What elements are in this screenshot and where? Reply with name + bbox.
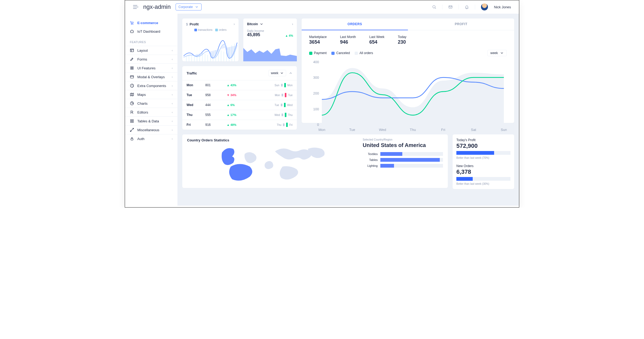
traffic-pct: ▼ 34% [227, 93, 245, 97]
new-orders-note: Better than last week (30%) [456, 182, 510, 185]
svg-point-20 [132, 85, 132, 86]
new-orders-label: New Orders [456, 164, 510, 168]
chevron-up-icon[interactable] [289, 71, 293, 75]
sidebar-item-label: Editors [137, 110, 148, 114]
country-name: United States of America [363, 142, 443, 148]
chevron-down-icon [195, 5, 199, 9]
svg-text:Sat: Sat [471, 128, 476, 132]
sidebar-item-label: Modal & Overlays [137, 75, 165, 79]
traffic-cur-bar [284, 103, 286, 107]
tab-profit[interactable]: PROFIT [408, 18, 514, 30]
sidebar-item-iot-dashboard[interactable]: IoT Dashboard [125, 27, 177, 36]
svg-text:200: 200 [313, 91, 319, 95]
sidebar-item-tables-data[interactable]: Tables & Data‹ [125, 117, 177, 125]
chevron-left-icon: ‹ [172, 120, 173, 123]
profit-sparkline [182, 40, 238, 61]
country-bar-row: Textiles [363, 152, 443, 156]
orders-range-select[interactable]: week [487, 50, 507, 56]
sidebar-item-label: Tables & Data [137, 119, 159, 123]
traffic-prev-bar [283, 123, 285, 126]
traffic-cur-bar [284, 83, 286, 87]
todays-profit-value: 572,900 [456, 142, 510, 149]
sidebar-item-auth[interactable]: Auth‹ [125, 134, 177, 143]
svg-point-10 [133, 67, 133, 67]
chevron-down-icon [500, 51, 504, 55]
sidebar-item-label: Forms [137, 57, 147, 61]
bell-icon[interactable] [465, 5, 469, 9]
sidebar-item-label: Layout [137, 48, 148, 52]
sidebar-item-label: Miscellaneous [137, 128, 159, 132]
sidebar-item-extra-components[interactable]: Extra Components‹ [125, 81, 177, 90]
traffic-day: Thu [187, 113, 205, 117]
tab-orders[interactable]: ORDERS [302, 18, 408, 30]
sidebar-item-maps[interactable]: Maps‹ [125, 90, 177, 99]
expand-icon[interactable]: › [234, 22, 235, 26]
traffic-day: Fri [187, 123, 205, 127]
traffic-card: Traffic week Mon801▲ 43%SunMonTue958▼ 34… [182, 66, 297, 130]
layout-icon [130, 48, 134, 52]
traffic-prev-bar [281, 104, 282, 106]
traffic-prev-bar [281, 84, 283, 86]
orders-card: ORDERSPROFIT Marketplace3654Last Month94… [302, 18, 514, 123]
traffic-pct: ▲ 17% [227, 113, 245, 116]
sidebar-item-label: IoT Dashboard [137, 29, 160, 33]
legend-item: Canceled [331, 51, 350, 55]
svg-point-15 [132, 69, 132, 69]
svg-text:Wed: Wed [379, 128, 386, 132]
new-orders-bar [456, 177, 510, 181]
brand-title: ngx-admin [143, 3, 171, 10]
traffic-row: Wed444▲ 6%TueWed [182, 100, 297, 110]
sidebar-item-forms[interactable]: Forms‹ [125, 55, 177, 63]
sidebar-item-label: Maps [137, 93, 146, 97]
sidebar-section-label: FEATURES [125, 36, 177, 46]
svg-point-16 [133, 69, 133, 69]
search-icon[interactable] [432, 5, 436, 9]
profit-legend-1: orders [219, 28, 226, 31]
sidebar-item-charts[interactable]: Charts‹ [125, 99, 177, 108]
chevron-left-icon: ‹ [172, 49, 173, 52]
svg-text:Tue: Tue [349, 128, 355, 132]
coin-select[interactable]: Bitcoin [247, 22, 293, 26]
svg-point-11 [131, 68, 131, 68]
sidebar-item-miscellaneous[interactable]: Miscellaneous‹ [125, 126, 177, 134]
sidebar-item-label: E-commerce [137, 21, 158, 25]
chevron-left-icon: ‹ [172, 137, 173, 140]
chevron-left-icon: ‹ [172, 93, 173, 96]
world-map[interactable] [187, 144, 358, 184]
svg-point-13 [133, 68, 133, 68]
chevron-left-icon: ‹ [172, 102, 173, 105]
expand-icon[interactable]: › [292, 22, 293, 26]
chevron-down-icon [260, 22, 263, 26]
theme-select[interactable]: Corporate [176, 3, 202, 10]
sidebar-item-ui-features[interactable]: UI Features‹ [125, 64, 177, 72]
traffic-day: Mon [187, 83, 205, 87]
sidebar-item-editors[interactable]: Editors‹ [125, 108, 177, 116]
menu-toggle[interactable] [133, 5, 138, 9]
crypto-sparkline [243, 43, 297, 61]
chevron-left-icon: ‹ [172, 111, 173, 114]
svg-rect-27 [132, 121, 133, 122]
sidebar-item-modal-overlays[interactable]: Modal & Overlays‹ [125, 73, 177, 81]
mail-icon[interactable] [448, 5, 453, 9]
profit-legend-0: transactions [198, 28, 213, 31]
svg-text:Sun: Sun [501, 128, 507, 132]
sidebar-item-layout[interactable]: Layout‹ [125, 46, 177, 55]
avatar[interactable] [481, 3, 488, 10]
svg-rect-5 [130, 49, 134, 52]
daily-income-change: ▲ 4% [285, 34, 293, 37]
divider [442, 5, 442, 9]
divider [459, 5, 459, 9]
stat-last-week: Last Week654 [369, 35, 384, 45]
sidebar-item-e-commerce[interactable]: E-commerce [125, 18, 177, 27]
svg-line-1 [435, 8, 436, 9]
todays-profit-bar [456, 151, 510, 155]
auth-icon [130, 137, 134, 141]
svg-text:Thu: Thu [410, 128, 416, 132]
chevron-left-icon: ‹ [172, 129, 173, 131]
traffic-range-select[interactable]: week [268, 70, 286, 76]
traffic-day: Wed [187, 103, 205, 107]
side-stats-card: Today's Profit 572,900 Better than last … [453, 134, 514, 189]
traffic-pct: ▲ 6% [227, 103, 245, 107]
map-title: Country Orders Statistics [187, 138, 358, 142]
svg-point-3 [131, 24, 132, 24]
